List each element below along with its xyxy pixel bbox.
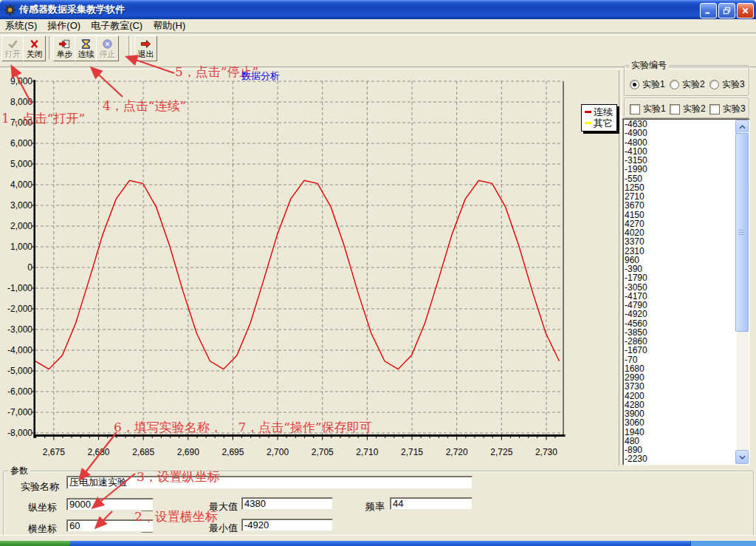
- toolbar-button-连续[interactable]: 连续: [75, 35, 97, 61]
- y-axis-label: 纵坐标: [28, 501, 57, 514]
- radio-button[interactable]: [630, 80, 639, 89]
- radio-label: 实验3: [722, 78, 745, 91]
- legend-label: 其它: [594, 117, 613, 129]
- open-check-icon: [7, 38, 18, 50]
- x-tick-label: 2,715: [393, 447, 431, 457]
- x-tick-label: 2,675: [35, 447, 73, 457]
- x-tick-label: 2,720: [438, 447, 476, 457]
- list-item[interactable]: -1670: [625, 346, 734, 355]
- menu-item-3[interactable]: 帮助(H): [148, 18, 190, 33]
- y-tick-label: -2,000: [0, 304, 32, 314]
- radio-label: 实验2: [682, 78, 705, 91]
- list-item[interactable]: -4920: [625, 310, 734, 318]
- annotation-step6-7: 6，填写实验名称， 7，点击“操作”保存即可: [114, 419, 372, 436]
- scrollbar-thumb[interactable]: [735, 133, 749, 332]
- list-item[interactable]: 3670: [625, 201, 734, 210]
- list-item[interactable]: -4800: [625, 138, 734, 147]
- list-item[interactable]: 2310: [625, 247, 734, 256]
- toolbar-button-label: 单步: [57, 50, 73, 58]
- list-item[interactable]: -4560: [625, 319, 734, 328]
- list-item[interactable]: 3060: [625, 418, 734, 427]
- list-item[interactable]: -550: [625, 174, 734, 183]
- y-tick-label: 8,000: [0, 97, 32, 107]
- x-tick-label: 2,710: [348, 447, 386, 457]
- radio-option-实验2[interactable]: 实验2: [670, 78, 705, 91]
- close-button[interactable]: [737, 3, 754, 18]
- legend-item-连续: 连续: [585, 106, 613, 117]
- y-tick-label: 5,000: [0, 159, 32, 169]
- chart-legend: 连续其它: [581, 104, 617, 132]
- scroll-down-button[interactable]: [735, 450, 749, 464]
- toolbar-button-退出[interactable]: 退出: [134, 35, 157, 61]
- list-item[interactable]: 4200: [625, 392, 734, 400]
- y-tick-label: 2,000: [0, 221, 32, 231]
- toolbar-button-停止: 停止: [96, 35, 119, 61]
- x-tick-label: 2,690: [169, 447, 207, 457]
- experiment-name-label: 实验名称: [21, 480, 59, 494]
- toolbar-button-打开: 打开: [1, 35, 24, 61]
- y-tick-label: 1,000: [0, 242, 32, 252]
- params-group-title: 参数: [8, 465, 30, 476]
- experiment-number-group: 实验编号 实验1实验2实验3: [624, 65, 749, 96]
- checkbox-label: 实验2: [683, 103, 706, 115]
- max-value-input[interactable]: [241, 497, 333, 510]
- checkbox-label: 实验3: [723, 103, 746, 115]
- frequency-label: 频率: [365, 500, 385, 513]
- radio-option-实验1[interactable]: 实验1: [630, 78, 665, 91]
- data-listbox[interactable]: -4630-4900-4800-4100-3150-1990-550125027…: [622, 118, 750, 465]
- restore-button[interactable]: [718, 3, 735, 18]
- menu-item-1[interactable]: 操作(O): [42, 18, 86, 33]
- list-item[interactable]: 3370: [625, 237, 734, 246]
- x-tick-label: 2,700: [258, 447, 297, 457]
- experiment-group-title: 实验编号: [629, 60, 669, 70]
- list-item[interactable]: 4150: [625, 211, 734, 219]
- checkbox-option-实验1[interactable]: 实验1: [630, 103, 666, 115]
- list-item[interactable]: -3050: [625, 283, 734, 292]
- list-item[interactable]: -4900: [625, 129, 734, 137]
- panel-divider: [619, 70, 622, 465]
- annotation-step3: 3，设置纵坐标: [137, 468, 220, 485]
- list-item[interactable]: -2230: [625, 454, 734, 463]
- start-button[interactable]: [0, 541, 70, 546]
- toolbar-button-label: 停止: [100, 50, 116, 58]
- toolbar-button-关闭[interactable]: 关闭: [23, 35, 46, 61]
- x-tick-label: 2,705: [303, 447, 342, 457]
- checkbox[interactable]: [630, 104, 640, 115]
- minimize-button[interactable]: [700, 3, 717, 18]
- frequency-input[interactable]: [390, 497, 472, 510]
- menu-item-2[interactable]: 电子教室(C): [86, 18, 148, 33]
- signal-chart: [0, 70, 619, 467]
- y-tick-label: 3,000: [0, 200, 32, 211]
- x-tick-label: 2,695: [213, 447, 252, 457]
- list-item[interactable]: -1990: [625, 165, 734, 174]
- radio-button[interactable]: [709, 80, 719, 89]
- min-value-input[interactable]: [241, 519, 333, 531]
- menu-bar: 系统(S)操作(O)电子教室(C)帮助(H): [0, 19, 756, 33]
- x-tick-label: 2,680: [80, 447, 118, 457]
- list-item[interactable]: -1790: [625, 273, 734, 282]
- list-item[interactable]: -70: [625, 355, 734, 364]
- legend-label: 连续: [594, 106, 613, 117]
- y-tick-label: 9,000: [0, 76, 32, 86]
- checkbox-label: 实验1: [643, 103, 666, 115]
- list-item[interactable]: 1940: [625, 428, 734, 437]
- legend-color-dash: [585, 111, 591, 113]
- toolbar-button-单步[interactable]: 单步: [53, 35, 76, 61]
- radio-dot: [633, 83, 636, 86]
- list-item[interactable]: 3730: [625, 382, 734, 391]
- experiment-name-input[interactable]: [66, 476, 472, 489]
- radio-button[interactable]: [670, 80, 679, 89]
- y-tick-label: -5,000: [0, 366, 32, 376]
- checkbox[interactable]: [670, 104, 680, 115]
- legend-color-dash: [585, 122, 591, 124]
- y-tick-label: 6,000: [0, 138, 32, 149]
- checkbox-option-实验2[interactable]: 实验2: [670, 103, 706, 115]
- radio-option-实验3[interactable]: 实验3: [709, 78, 745, 91]
- toolbar-separator: [49, 36, 52, 59]
- checkbox[interactable]: [709, 104, 720, 115]
- step-page-icon: [59, 38, 70, 50]
- checkbox-option-实验3[interactable]: 实验3: [709, 103, 746, 115]
- menu-item-0[interactable]: 系统(S): [0, 18, 42, 33]
- close-x-icon: [29, 38, 40, 50]
- annotation-step2: 2，设置横坐标: [134, 508, 218, 525]
